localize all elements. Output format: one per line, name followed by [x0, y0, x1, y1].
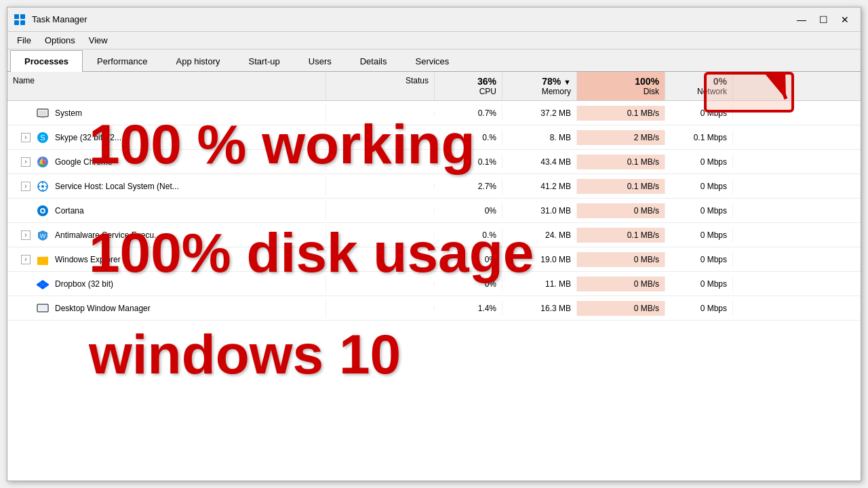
cell-disk: 0.1 MB/s: [577, 106, 665, 121]
cell-cpu: 0%: [435, 277, 502, 291]
cell-cpu: 0.%: [435, 130, 502, 145]
maximize-button[interactable]: ☐: [813, 11, 833, 28]
svg-rect-1: [20, 14, 25, 19]
cell-name: › S Skype (32 bit) (2...: [7, 128, 326, 147]
skype-icon: S: [36, 131, 50, 144]
svg-point-13: [41, 185, 44, 188]
cell-network: 0.1 Mbps: [665, 130, 733, 145]
task-manager-window: Task Manager — ☐ ✕ File Options View Pro…: [7, 7, 861, 481]
cell-cpu: 0.%: [435, 228, 502, 243]
table-row[interactable]: › S Skype (32 bit) (2... 0.% 8. MB 2 MB/…: [7, 125, 861, 150]
window-title: Task Manager: [32, 14, 791, 24]
svg-rect-28: [39, 306, 47, 310]
cell-status: [326, 159, 435, 165]
tab-app-history[interactable]: App history: [161, 50, 234, 72]
svg-point-20: [41, 209, 44, 212]
cell-disk: 0.1 MB/s: [577, 179, 665, 194]
tab-bar: Processes Performance App history Start-…: [7, 49, 861, 72]
antimalware-icon: W: [36, 228, 50, 242]
cell-cpu: 0%: [435, 203, 502, 218]
expand-icon[interactable]: ›: [21, 157, 31, 167]
tab-performance[interactable]: Performance: [83, 50, 161, 72]
cell-network: 0 Mbps: [665, 301, 733, 316]
cortana-icon: [36, 204, 50, 218]
cell-name: System: [7, 104, 326, 123]
cell-cpu: 0.7%: [435, 106, 502, 121]
svg-text:W: W: [40, 232, 46, 239]
expand-icon[interactable]: ›: [21, 255, 31, 264]
cell-memory: 43.4 MB: [502, 155, 577, 169]
svg-rect-0: [14, 14, 19, 19]
cell-status: [326, 281, 435, 287]
menu-options[interactable]: Options: [38, 34, 82, 47]
cell-disk: 2 MB/s: [577, 130, 665, 145]
cell-memory: 11. MB: [502, 277, 577, 291]
cell-name: › W Antimalware Service Execu...: [7, 226, 326, 245]
cell-network: 0 Mbps: [665, 277, 733, 291]
cell-network: 0 Mbps: [665, 228, 733, 243]
cell-cpu: 2.7%: [435, 179, 502, 194]
table-row[interactable]: › Google Chrome 0.1%: [7, 150, 861, 174]
menu-view[interactable]: View: [82, 34, 115, 47]
cell-name: Cortana: [7, 201, 326, 220]
svg-text:S: S: [40, 134, 45, 142]
menu-file[interactable]: File: [10, 34, 38, 47]
col-name[interactable]: Name: [7, 72, 326, 100]
col-cpu[interactable]: 36% CPU: [435, 72, 502, 100]
system-icon: [36, 106, 50, 120]
cell-memory: 31.0 MB: [502, 203, 577, 218]
col-memory[interactable]: 78% ▼ Memory: [502, 72, 577, 100]
close-button[interactable]: ✕: [835, 11, 855, 28]
menu-bar: File Options View: [7, 32, 861, 49]
expand-icon[interactable]: ›: [21, 230, 31, 240]
svg-rect-6: [41, 117, 45, 118]
cell-name: Dropbox (32 bit): [7, 274, 326, 293]
table-body: System 0.7% 37.2 MB 0.1 MB/s 0 Mbps › S: [7, 101, 861, 481]
tab-services[interactable]: Services: [401, 50, 463, 72]
cell-disk: 0.1 MB/s: [577, 228, 665, 243]
table-row[interactable]: Dropbox (32 bit) 0% 11. MB 0 MB/s 0 Mbps: [7, 272, 861, 296]
svg-rect-3: [20, 20, 25, 25]
window-controls: — ☐ ✕: [791, 11, 855, 28]
cell-status: [326, 232, 435, 238]
cell-memory: 37.2 MB: [502, 106, 577, 121]
app-icon: [13, 13, 26, 26]
cell-status: [326, 306, 435, 311]
cell-status: [326, 184, 435, 189]
table-row[interactable]: › W Antimalware Service Execu... 0.% 24.…: [7, 223, 861, 247]
chrome-icon: [36, 155, 50, 169]
cell-cpu: 1.4%: [435, 301, 502, 316]
table-row[interactable]: › Service Host: Local System (Net...: [7, 174, 861, 199]
cell-status: [326, 208, 435, 214]
tab-users[interactable]: Users: [294, 50, 346, 72]
cell-memory: 19.0 MB: [502, 252, 577, 267]
table-row[interactable]: System 0.7% 37.2 MB 0.1 MB/s 0 Mbps: [7, 101, 861, 125]
col-network[interactable]: 0% Network: [665, 72, 733, 100]
cell-cpu: 0.1%: [435, 155, 502, 169]
cell-network: 0 Mbps: [665, 155, 733, 169]
cell-memory: 16.3 MB: [502, 301, 577, 316]
table-row[interactable]: Desktop Window Manager 1.4% 16.3 MB 0 MB…: [7, 296, 861, 321]
cell-network: 0 Mbps: [665, 106, 733, 121]
dropbox-icon: [36, 277, 50, 291]
cell-disk: 0 MB/s: [577, 252, 665, 267]
cell-name: Desktop Window Manager: [7, 299, 326, 318]
cell-memory: 41.2 MB: [502, 179, 577, 194]
title-bar: Task Manager — ☐ ✕: [7, 7, 861, 32]
content-area: Name Status 36% CPU 78% ▼ Memory 100% Di…: [7, 72, 861, 481]
minimize-button[interactable]: —: [791, 11, 812, 28]
cell-disk: 0 MB/s: [577, 277, 665, 291]
expand-icon[interactable]: ›: [21, 182, 31, 191]
tab-processes[interactable]: Processes: [10, 50, 83, 72]
col-disk[interactable]: 100% Disk: [577, 72, 665, 100]
expand-icon[interactable]: ›: [21, 133, 31, 142]
cell-disk: 0 MB/s: [577, 301, 665, 316]
tab-details[interactable]: Details: [346, 50, 401, 72]
col-status[interactable]: Status: [326, 72, 435, 100]
tab-startup[interactable]: Start-up: [235, 50, 294, 72]
table-row[interactable]: Cortana 0% 31.0 MB 0 MB/s 0 Mbps: [7, 199, 861, 223]
cell-disk: 0.1 MB/s: [577, 155, 665, 169]
table-row[interactable]: › Windows Explorer 0% 19.0 MB 0 MB/s 0 M…: [7, 247, 861, 272]
explorer-icon: [36, 253, 50, 266]
cell-network: 0 Mbps: [665, 252, 733, 267]
